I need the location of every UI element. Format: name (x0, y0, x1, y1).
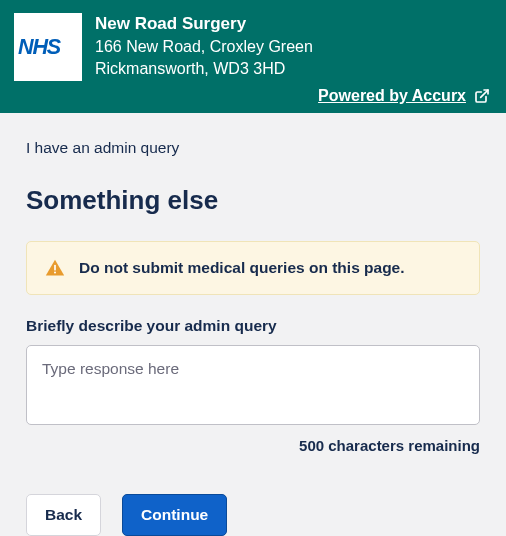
button-row: Back Continue (26, 494, 480, 536)
practice-address-line1: 166 New Road, Croxley Green (95, 36, 492, 58)
char-count: 500 characters remaining (26, 437, 480, 454)
warning-text: Do not submit medical queries on this pa… (79, 259, 405, 277)
breadcrumb: I have an admin query (26, 139, 480, 157)
page-header: NHS New Road Surgery 166 New Road, Croxl… (0, 0, 506, 113)
warning-box: Do not submit medical queries on this pa… (26, 241, 480, 295)
header-top: NHS New Road Surgery 166 New Road, Croxl… (14, 13, 492, 81)
description-textarea[interactable] (26, 345, 480, 425)
warning-icon (45, 258, 65, 278)
powered-by-row: Powered by Accurx (14, 87, 492, 109)
header-text: New Road Surgery 166 New Road, Croxley G… (95, 13, 492, 79)
practice-address-line2: Rickmansworth, WD3 3HD (95, 58, 492, 80)
svg-line-1 (481, 90, 488, 97)
nhs-logo: NHS (14, 13, 82, 81)
page-title: Something else (26, 185, 480, 216)
external-link-icon (474, 88, 490, 104)
main-content: I have an admin query Something else Do … (0, 113, 506, 536)
svg-text:NHS: NHS (18, 35, 62, 59)
powered-by-link[interactable]: Powered by Accurx (318, 87, 466, 105)
continue-button[interactable]: Continue (122, 494, 227, 536)
svg-point-2 (54, 272, 56, 274)
back-button[interactable]: Back (26, 494, 101, 536)
practice-name: New Road Surgery (95, 13, 492, 35)
nhs-logo-svg: NHS (18, 35, 78, 59)
description-label: Briefly describe your admin query (26, 317, 480, 335)
